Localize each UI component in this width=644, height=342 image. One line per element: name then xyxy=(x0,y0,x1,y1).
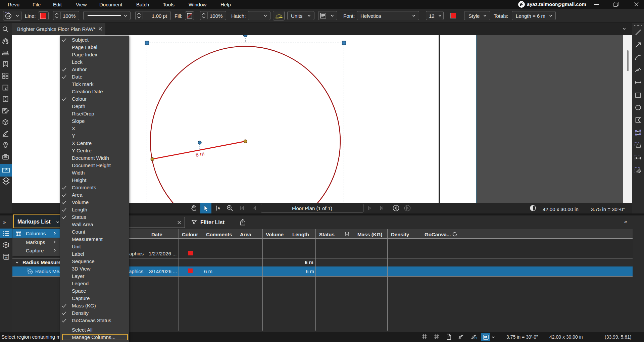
svg-text:6 m: 6 m xyxy=(195,150,205,158)
svg-text:A: A xyxy=(218,206,220,210)
svg-text:3D: 3D xyxy=(4,244,7,247)
svg-text:JS: JS xyxy=(5,256,8,259)
